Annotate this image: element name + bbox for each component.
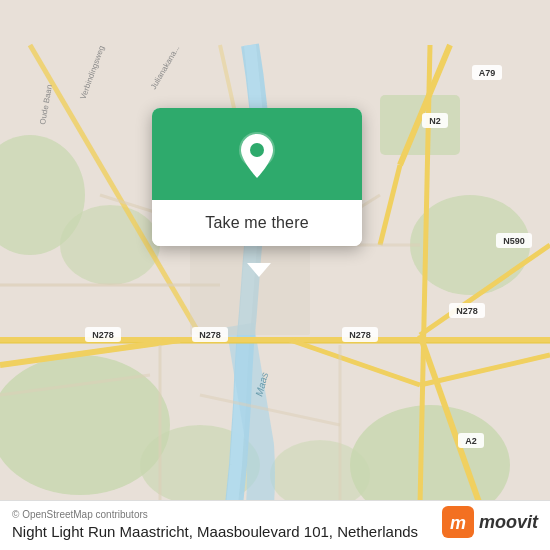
map-container: N278 N278 N278 N2 N590 N278 A79	[0, 0, 550, 550]
svg-text:m: m	[450, 513, 466, 533]
popup-triangle	[247, 263, 271, 277]
svg-text:N278: N278	[92, 330, 114, 340]
take-me-there-button[interactable]: Take me there	[152, 200, 362, 246]
svg-text:N278: N278	[456, 306, 478, 316]
svg-text:N278: N278	[349, 330, 371, 340]
svg-text:N2: N2	[429, 116, 441, 126]
svg-text:A79: A79	[479, 68, 496, 78]
map-background: N278 N278 N278 N2 N590 N278 A79	[0, 0, 550, 550]
moovit-icon: m	[442, 506, 474, 538]
svg-point-52	[250, 143, 264, 157]
moovit-logo: m moovit	[442, 506, 538, 538]
moovit-brand-text: moovit	[479, 512, 538, 533]
svg-text:N278: N278	[199, 330, 221, 340]
svg-text:N590: N590	[503, 236, 525, 246]
svg-rect-29	[190, 245, 310, 335]
svg-text:A2: A2	[465, 436, 477, 446]
popup-green-area	[152, 108, 362, 200]
location-pin-icon	[235, 130, 279, 182]
popup-card: Take me there	[152, 108, 362, 246]
